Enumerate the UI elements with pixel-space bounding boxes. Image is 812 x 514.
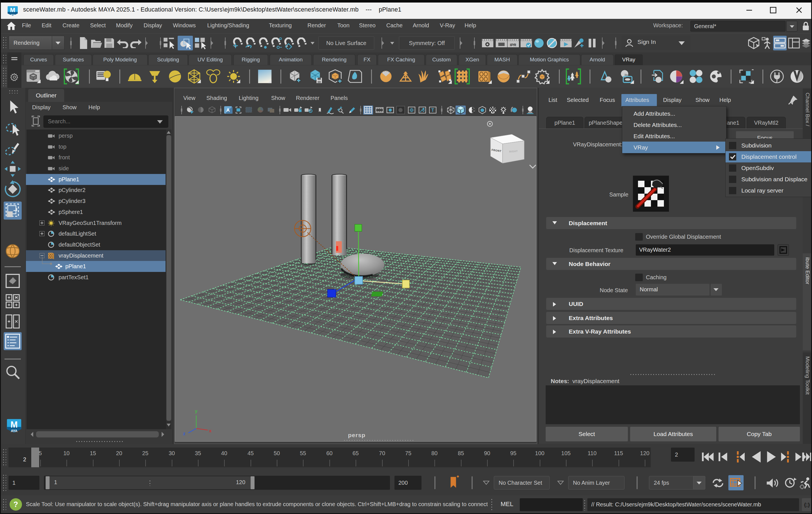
svg-text:AYA: AYA [10,13,15,16]
svg-text:AYA: AYA [11,429,17,433]
svg-text:persp: persp [348,432,366,438]
svg-text:y: y [195,409,198,414]
svg-text:z: z [183,431,185,436]
svg-text:IPR: IPR [510,43,516,47]
svg-text:M: M [10,6,15,13]
svg-text:x: x [209,428,212,433]
svg-text:T: T [431,108,434,113]
svg-text:RIGHT: RIGHT [509,150,518,153]
svg-text:A: A [226,108,230,113]
svg-text:M: M [10,420,18,429]
